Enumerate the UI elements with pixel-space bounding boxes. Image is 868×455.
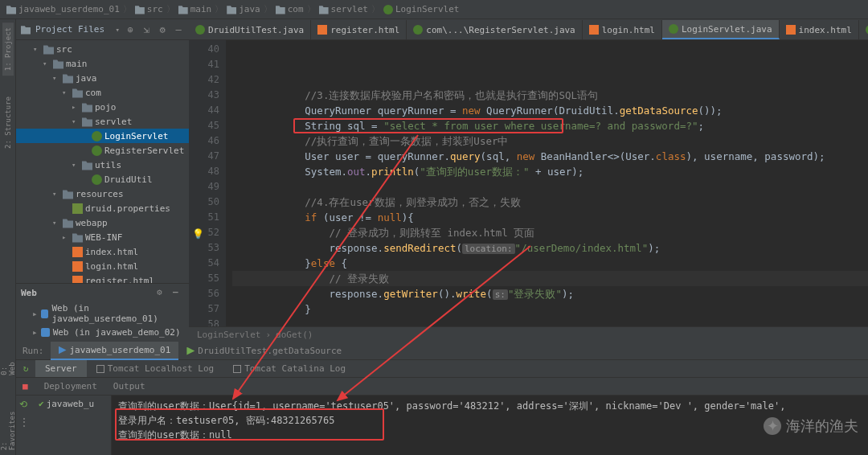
line-number: 40 bbox=[189, 42, 219, 57]
editor-tab[interactable]: register.html bbox=[311, 20, 407, 39]
tree-item[interactable]: login.html bbox=[16, 259, 189, 273]
breadcrumb-item[interactable]: main bbox=[178, 4, 212, 14]
gear-icon[interactable]: ⚙ bbox=[157, 24, 168, 35]
breadcrumb-item[interactable]: javaweb_userdemo_01 bbox=[6, 4, 120, 14]
code-line[interactable] bbox=[232, 317, 868, 326]
breadcrumb-item[interactable]: LoginServlet bbox=[383, 4, 459, 14]
breadcrumb: javaweb_userdemo_01〉src〉main〉java〉com〉se… bbox=[0, 0, 868, 19]
breadcrumb-item[interactable]: src bbox=[135, 4, 163, 14]
run-config-tab-2[interactable]: DruidUtilTest.getDataSource bbox=[178, 342, 350, 359]
deployment-label[interactable]: Deployment bbox=[44, 381, 97, 391]
tree-item[interactable]: register.html bbox=[16, 273, 189, 283]
editor-tab[interactable]: login.html bbox=[583, 20, 662, 39]
breadcrumb-item[interactable]: com bbox=[276, 4, 304, 14]
watermark: ✦ 海洋的渔夫 bbox=[764, 416, 858, 436]
editor-tab[interactable]: index.html bbox=[780, 20, 859, 39]
tree-label: WEB-INF bbox=[85, 232, 122, 243]
tree-item[interactable]: ▾src bbox=[16, 42, 189, 56]
console-output[interactable]: 查询到的user数据：User{id=1, username='testuser… bbox=[112, 396, 868, 455]
line-number: 58 bbox=[189, 317, 219, 326]
project-tree[interactable]: ▾src▾main▾java▾com▸pojo▾servletLoginServ… bbox=[16, 40, 189, 283]
tree-item[interactable]: ▾java bbox=[16, 71, 189, 85]
sidebar-header: Project Files ▾ ⊕ ⇲ ⚙ — bbox=[16, 19, 189, 40]
hide-icon[interactable]: — bbox=[173, 24, 184, 35]
tree-item[interactable]: ▸WEB-INF bbox=[16, 230, 189, 244]
tree-item[interactable]: ▾resources bbox=[16, 187, 189, 201]
class-icon bbox=[413, 25, 423, 35]
tree-item[interactable]: ▾servlet bbox=[16, 114, 189, 129]
line-number: 42 bbox=[189, 72, 219, 88]
tree-label: main bbox=[66, 59, 88, 69]
editor-tabs: DruidUtilTest.javaregister.htmlcom\...\R… bbox=[189, 19, 868, 40]
editor-tab[interactable]: itheima\...\RegisterServle bbox=[859, 20, 868, 39]
code-line[interactable]: //3.连接数据库校验用户名和密码，也就是执行查询的SQL语句 bbox=[232, 88, 868, 103]
stop-button[interactable]: ■ bbox=[23, 381, 28, 391]
code-line[interactable]: System.out.println("查询到的user数据：" + user)… bbox=[232, 164, 868, 179]
deployment-tree[interactable]: ✔javaweb_u bbox=[35, 396, 112, 455]
rerun-button[interactable]: ↻ bbox=[16, 360, 35, 377]
dropdown-icon[interactable]: ▾ bbox=[116, 26, 120, 34]
tree-item[interactable]: LoginServlet bbox=[16, 129, 189, 143]
line-number: 48 bbox=[189, 164, 219, 179]
class-icon bbox=[383, 5, 393, 14]
code-line[interactable]: //4.存在user数据，则登录成功，否之，失败 bbox=[232, 195, 868, 210]
breadcrumb-item[interactable]: java bbox=[227, 4, 260, 14]
crumb-method[interactable]: doGet() bbox=[276, 330, 313, 340]
server-tab[interactable]: Server bbox=[35, 360, 87, 377]
target-icon[interactable]: ⊕ bbox=[125, 24, 136, 35]
tree-label: com bbox=[85, 88, 101, 98]
editor-body[interactable]: 💡 40414243444546474849505152535455565758… bbox=[189, 40, 868, 326]
tree-item[interactable]: ▾main bbox=[16, 56, 189, 71]
code-line[interactable] bbox=[232, 179, 868, 195]
code-line[interactable]: if (user != null){ bbox=[232, 210, 868, 225]
tree-item[interactable]: RegisterServlet bbox=[16, 143, 189, 158]
code-line[interactable]: response.getWriter().write(s:"登录失败"); bbox=[232, 286, 868, 301]
web-item[interactable]: ▸Web (in javaweb_demo_02) bbox=[21, 326, 184, 339]
web-item[interactable]: ▸Web (in javaweb_userdemo_01) bbox=[21, 301, 184, 326]
code-line[interactable]: response.sendRedirect(location:"/userDem… bbox=[232, 240, 868, 256]
crumb-class[interactable]: LoginServlet bbox=[197, 330, 260, 340]
editor-tab[interactable]: LoginServlet.java bbox=[662, 20, 780, 39]
tree-label: LoginServlet bbox=[104, 131, 168, 141]
catalina-log-tab[interactable]: Tomcat Catalina Log bbox=[223, 360, 355, 377]
tree-label: servlet bbox=[95, 117, 132, 127]
tree-label: login.html bbox=[85, 261, 138, 272]
deployment-row: ■ Deployment Output bbox=[16, 378, 868, 396]
breadcrumb-item[interactable]: servlet bbox=[319, 4, 368, 14]
tree-item[interactable]: index.html bbox=[16, 244, 189, 259]
restart-button[interactable]: ⟲ bbox=[19, 399, 32, 412]
tree-label: pojo bbox=[95, 102, 117, 113]
gear-icon[interactable]: ⚙ bbox=[157, 287, 168, 298]
tree-item[interactable]: ▸pojo bbox=[16, 100, 189, 114]
line-number: 55 bbox=[189, 271, 219, 286]
favorites-tool-button[interactable]: 2: Favorites bbox=[0, 396, 18, 455]
web-tool-button[interactable]: 0: Web bbox=[0, 346, 18, 380]
editor-tab[interactable]: DruidUtilTest.java bbox=[189, 20, 311, 39]
editor-tab[interactable]: com\...\RegisterServlet.java bbox=[407, 20, 582, 39]
more-button[interactable]: ⋮ bbox=[19, 416, 32, 429]
output-label[interactable]: Output bbox=[113, 381, 145, 391]
code-line[interactable]: User user = queryRunner.query(sql, new B… bbox=[232, 149, 868, 164]
run-config-tab[interactable]: javaweb_userdemo_01 bbox=[51, 342, 179, 360]
collapse-icon[interactable]: ⇲ bbox=[141, 24, 152, 35]
tree-label: DruidUtil bbox=[104, 174, 153, 185]
code-line[interactable]: QueryRunner queryRunner = new QueryRunne… bbox=[232, 103, 868, 118]
log-icon bbox=[233, 365, 241, 373]
tree-item[interactable]: ▾com bbox=[16, 85, 189, 100]
code-line[interactable]: //执行查询，查询一条数据，封装到User中 bbox=[232, 133, 868, 149]
bulb-icon[interactable]: 💡 bbox=[192, 227, 204, 242]
code-area[interactable]: //3.连接数据库校验用户名和密码，也就是执行查询的SQL语句 QueryRun… bbox=[226, 40, 868, 326]
tree-item[interactable]: ▾webapp bbox=[16, 215, 189, 230]
tree-item[interactable]: DruidUtil bbox=[16, 172, 189, 187]
code-line[interactable]: String sql = "select * from user where u… bbox=[232, 118, 868, 133]
project-tool-button[interactable]: 1: Project bbox=[2, 23, 14, 76]
code-line[interactable]: // 登录失败 bbox=[232, 271, 868, 286]
code-line[interactable]: } bbox=[232, 301, 868, 317]
tree-item[interactable]: ▾utils bbox=[16, 158, 189, 172]
hide-icon[interactable]: — bbox=[173, 287, 184, 298]
tree-item[interactable]: druid.properties bbox=[16, 201, 189, 215]
code-line[interactable]: // 登录成功，则跳转至 index.html 页面 bbox=[232, 225, 868, 240]
localhost-log-tab[interactable]: Tomcat Localhost Log bbox=[87, 360, 223, 377]
structure-tool-button[interactable]: 2: Structure bbox=[2, 92, 14, 154]
code-line[interactable]: }else { bbox=[232, 256, 868, 271]
